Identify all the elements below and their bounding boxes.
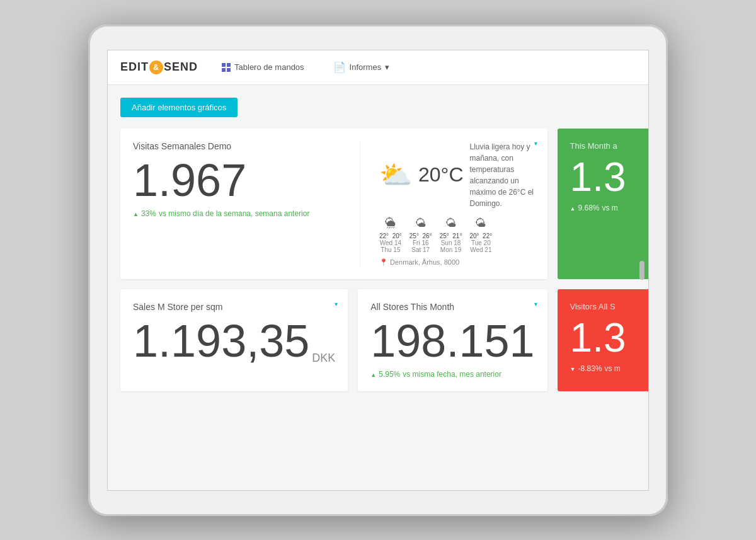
forecast-label-3b: Mon 19: [440, 246, 462, 253]
forecast-day-4: 🌤 20° 22° Tue 20 Wed 21: [469, 217, 492, 253]
widget-sales: ▾ Sales M Store per sqm 1.193,35DKK: [120, 289, 348, 391]
logo-text-right: SEND: [164, 60, 198, 74]
visitors-value: 1.3: [570, 318, 648, 358]
stores-change: 5.95% vs misma fecha, mes anterior: [370, 370, 534, 379]
nav-bar: EDIT & SEND Tablero de mandos 📄 Informes…: [108, 50, 648, 85]
weather-forecast: 🌦 22° 20° Wed 14 Thu 15 🌤 25° 26° Fri 16: [379, 217, 535, 253]
forecast-label-3a: Sun 18: [440, 239, 462, 246]
sales-unit: DKK: [312, 352, 335, 364]
forecast-label-1a: Wed 14: [379, 239, 402, 246]
main-content: Añadir elementos gráficos ▾ Visitas Sema…: [108, 85, 648, 490]
tablet-frame: EDIT & SEND Tablero de mandos 📄 Informes…: [88, 25, 668, 516]
dashboard-icon: [222, 63, 231, 72]
logo-ampersand: &: [149, 60, 163, 74]
weather-main: ⛅ 20°C Lluvia ligera hoy y mañana, con t…: [379, 141, 535, 209]
stores-title: All Stores This Month: [370, 302, 534, 312]
logo: EDIT & SEND: [120, 60, 198, 74]
forecast-label-2a: Fri 16: [410, 239, 432, 246]
visitors-change: -8.83% vs m: [570, 364, 648, 373]
forecast-temps-3: 25° 21°: [440, 233, 462, 239]
weather-temp: 20°C: [418, 163, 464, 187]
forecast-icon-3: 🌤: [440, 217, 462, 230]
this-month-change: 9.68% vs m: [570, 204, 648, 212]
sales-value: 1.193,35DKK: [133, 318, 335, 364]
visitas-change: 33% vs mismo día de la semana, semana an…: [133, 209, 335, 218]
tablet-screen: EDIT & SEND Tablero de mandos 📄 Informes…: [107, 50, 649, 491]
widget-stores: ▾ All Stores This Month 198.151 5.95% vs…: [358, 289, 547, 391]
this-month-change-pct: 9.68%: [578, 204, 599, 212]
forecast-temps-4: 20° 22°: [469, 233, 492, 239]
stores-arrow-up-icon: [370, 370, 376, 379]
widget-grid: ▾ Visitas Semanales Demo 1.967 33% vs mi…: [120, 129, 636, 391]
widget-this-month: This Month a 1.3 9.68% vs m: [558, 129, 648, 279]
visitas-value: 1.967: [133, 158, 335, 203]
weather-location: 📍 Denmark, Århus, 8000: [379, 258, 535, 267]
visitas-left: Visitas Semanales Demo 1.967 33% vs mism…: [133, 141, 335, 267]
nav-reports[interactable]: 📄 Informes ▾: [328, 59, 395, 76]
visitors-title: Visitors All S: [570, 302, 648, 311]
pin-icon: 📍: [379, 258, 388, 266]
sales-dropdown-arrow[interactable]: ▾: [335, 301, 338, 307]
visitas-dropdown-arrow[interactable]: ▾: [534, 140, 537, 147]
forecast-label-4b: Wed 21: [469, 246, 492, 253]
reports-doc-icon: 📄: [333, 61, 346, 73]
visitas-arrow-up-icon: [133, 209, 139, 218]
stores-change-pct: 5.95%: [379, 370, 400, 379]
stores-value: 198.151: [370, 318, 534, 364]
forecast-label-4a: Tue 20: [469, 239, 492, 246]
forecast-day-3: 🌤 25° 21° Sun 18 Mon 19: [440, 217, 462, 253]
forecast-temps-1: 22° 20°: [379, 233, 402, 239]
forecast-icon-2: 🌤: [410, 217, 432, 230]
visitas-title: Visitas Semanales Demo: [133, 141, 335, 151]
this-month-change-text: vs m: [602, 204, 618, 212]
forecast-label-2b: Sat 17: [410, 246, 432, 253]
weather-desc: Lluvia ligera hoy y mañana, con temperat…: [470, 141, 535, 209]
stores-change-text: vs misma fecha, mes anterior: [403, 370, 501, 379]
forecast-label-1b: Thu 15: [379, 246, 402, 253]
this-month-title: This Month a: [570, 141, 648, 151]
logo-text-left: EDIT: [120, 60, 149, 74]
stores-dropdown-arrow[interactable]: ▾: [534, 301, 537, 307]
visitas-change-text: vs mismo día de la semana, semana anteri…: [159, 209, 309, 218]
widget-visitas-weather: ▾ Visitas Semanales Demo 1.967 33% vs mi…: [120, 129, 547, 279]
forecast-day-2: 🌤 25° 26° Fri 16 Sat 17: [410, 217, 432, 253]
forecast-temps-2: 25° 26°: [410, 233, 432, 239]
sales-title: Sales M Store per sqm: [133, 302, 335, 312]
visitors-change-pct: -8.83%: [578, 364, 602, 373]
widget-visitors: Visitors All S 1.3 -8.83% vs m: [558, 289, 648, 391]
forecast-icon-1: 🌦: [379, 217, 402, 230]
scrollbar-handle[interactable]: [639, 261, 644, 280]
forecast-icon-4: 🌤: [469, 217, 492, 230]
visitas-change-pct: 33%: [141, 209, 156, 218]
this-month-value: 1.3: [570, 157, 648, 197]
weather-section: ⛅ 20°C Lluvia ligera hoy y mañana, con t…: [360, 141, 535, 267]
forecast-day-1: 🌦 22° 20° Wed 14 Thu 15: [379, 217, 402, 253]
this-month-arrow-up-icon: [570, 204, 576, 212]
add-elements-button[interactable]: Añadir elementos gráficos: [120, 98, 238, 117]
nav-dashboard[interactable]: Tablero de mandos: [217, 60, 309, 74]
nav-dashboard-label: Tablero de mandos: [234, 62, 304, 72]
visitors-arrow-down-icon: [570, 364, 576, 373]
visitors-change-text: vs m: [605, 364, 621, 373]
nav-reports-label: Informes: [350, 62, 382, 72]
reports-arrow-icon: ▾: [385, 62, 389, 72]
weather-icon: ⛅: [379, 159, 412, 190]
